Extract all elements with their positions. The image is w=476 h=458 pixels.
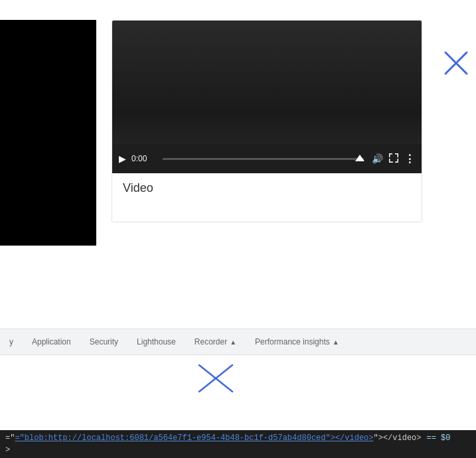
performance-insights-icon: ▲ — [333, 339, 339, 346]
tab-y[interactable]: y — [0, 329, 23, 355]
volume-button[interactable]: 🔊 — [372, 153, 383, 164]
tab-performance-insights-label: Performance insights — [255, 337, 330, 346]
tab-application-label: Application — [32, 337, 71, 346]
tab-recorder-label: Recorder — [195, 337, 227, 346]
console-blob-link[interactable]: ="blob:http://localhost:6081/a564e7f1-e9… — [15, 433, 373, 443]
video-label: Video — [112, 173, 422, 203]
blue-x-top-right — [443, 50, 469, 76]
tab-security[interactable]: Security — [80, 329, 127, 355]
tab-security-label: Security — [90, 337, 118, 346]
tab-y-label: y — [9, 337, 13, 346]
console-equals: =" — [5, 433, 15, 443]
tab-performance-insights[interactable]: Performance insights ▲ — [246, 329, 349, 355]
devtools-tabs: y Application Security Lighthouse Record… — [0, 329, 476, 355]
recorder-icon: ▲ — [230, 339, 236, 346]
video-thumbnail-left — [0, 20, 96, 246]
blue-x-bottom-center — [196, 362, 236, 395]
main-content: ▶ 0:00 🔊 ⋮ Video — [0, 0, 476, 325]
console-video-close: "></video> — [374, 433, 422, 443]
video-controls: ▶ 0:00 🔊 ⋮ — [112, 144, 422, 173]
progress-bar[interactable] — [163, 158, 364, 160]
progress-thumb — [355, 155, 364, 161]
console-row-2: > — [0, 444, 476, 456]
console-lines: ="="blob:http://localhost:6081/a564e7f1-… — [0, 430, 476, 458]
time-display: 0:00 — [131, 154, 155, 163]
tab-recorder[interactable]: Recorder ▲ — [185, 329, 246, 355]
tab-lighthouse-label: Lighthouse — [137, 337, 176, 346]
tab-application[interactable]: Application — [23, 329, 80, 355]
console-row-1: ="="blob:http://localhost:6081/a564e7f1-… — [0, 432, 476, 444]
video-card: ▶ 0:00 🔊 ⋮ Video — [112, 20, 422, 222]
video-player[interactable]: ▶ 0:00 🔊 ⋮ — [112, 21, 422, 173]
console-area: ="="blob:http://localhost:6081/a564e7f1-… — [0, 430, 476, 458]
play-button[interactable]: ▶ — [119, 153, 126, 164]
fullscreen-button[interactable] — [388, 153, 399, 165]
more-button[interactable]: ⋮ — [404, 153, 415, 165]
console-chevron: > — [5, 445, 10, 455]
tab-lighthouse[interactable]: Lighthouse — [127, 329, 185, 355]
console-dollar-zero: == $0 — [427, 433, 451, 443]
